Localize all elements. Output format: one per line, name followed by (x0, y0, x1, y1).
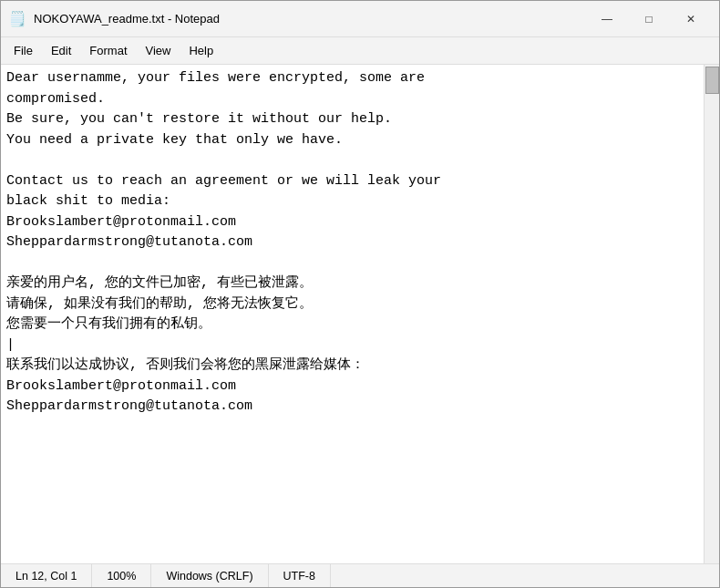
menu-view[interactable]: View (137, 40, 180, 62)
window-controls: — □ ✕ (586, 5, 712, 34)
minimize-button[interactable]: — (586, 5, 628, 34)
menu-format[interactable]: Format (80, 40, 136, 62)
notepad-window: 🗒️ NOKOYAWA_readme.txt - Notepad — □ ✕ F… (0, 0, 720, 588)
encoding: UTF-8 (269, 564, 331, 587)
editor-wrapper: Dear usernamme, your files were encrypte… (1, 65, 719, 563)
menu-file[interactable]: File (5, 40, 42, 62)
window-title: NOKOYAWA_readme.txt - Notepad (34, 12, 586, 26)
menu-edit[interactable]: Edit (42, 40, 80, 62)
close-button[interactable]: ✕ (670, 5, 712, 34)
scrollbar-thumb[interactable] (705, 67, 719, 94)
scrollbar[interactable] (704, 65, 719, 563)
text-editor[interactable]: Dear usernamme, your files were encrypte… (1, 65, 704, 563)
maximize-button[interactable]: □ (628, 5, 670, 34)
status-bar: Ln 12, Col 1 100% Windows (CRLF) UTF-8 (1, 563, 719, 587)
cursor-position: Ln 12, Col 1 (1, 564, 92, 587)
title-bar: 🗒️ NOKOYAWA_readme.txt - Notepad — □ ✕ (1, 1, 719, 37)
menu-bar: File Edit Format View Help (1, 37, 719, 65)
app-icon: 🗒️ (8, 10, 26, 28)
line-ending: Windows (CRLF) (151, 564, 268, 587)
zoom-level: 100% (92, 564, 151, 587)
menu-help[interactable]: Help (180, 40, 222, 62)
